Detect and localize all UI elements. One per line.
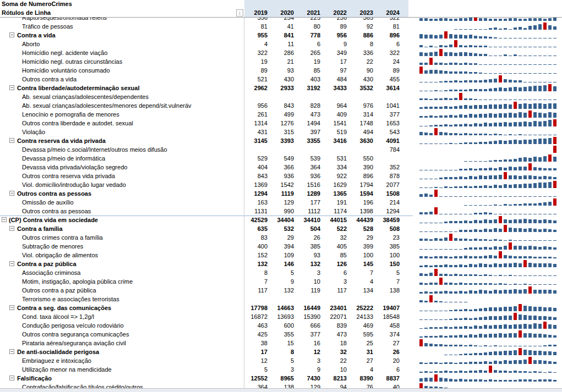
row-label[interactable]: Cond. taxa álcool => 1,2g/l: [0, 312, 264, 321]
row-label[interactable]: Contra reserva da vida privada: [0, 136, 259, 145]
value-cell[interactable]: 191: [321, 198, 347, 207]
value-cell[interactable]: 196: [348, 198, 373, 207]
value-cell[interactable]: 24: [374, 57, 400, 66]
value-cell[interactable]: 6: [295, 40, 320, 48]
sparkline[interactable]: [419, 330, 558, 338]
value-cell[interactable]: 1041: [374, 101, 400, 110]
sparkline[interactable]: [419, 374, 558, 382]
sparkline[interactable]: [419, 357, 558, 364]
value-cell[interactable]: 5: [242, 365, 268, 374]
value-cell[interactable]: 385: [295, 242, 320, 251]
row-label[interactable]: Omissão de auxílio: [0, 198, 264, 207]
sparkline[interactable]: [419, 181, 558, 188]
value-cell[interactable]: 1516: [295, 180, 320, 189]
sparkline[interactable]: [419, 163, 558, 170]
sparkline[interactable]: [419, 58, 558, 65]
value-cell[interactable]: 89: [242, 66, 268, 75]
value-cell[interactable]: 3433: [321, 84, 347, 92]
value-cell[interactable]: 635: [242, 224, 268, 233]
value-cell[interactable]: 132: [269, 286, 294, 295]
sparkline[interactable]: [419, 119, 558, 126]
value-cell[interactable]: 1131: [242, 207, 268, 216]
value-cell[interactable]: 1541: [321, 119, 347, 128]
row-label[interactable]: Tráfico de pessoas: [0, 22, 264, 31]
value-cell[interactable]: 24133: [348, 312, 373, 321]
year-column-header[interactable]: 2024: [374, 9, 400, 17]
value-cell[interactable]: [321, 92, 347, 101]
value-cell[interactable]: 126: [321, 260, 347, 268]
value-cell[interactable]: 1294: [374, 207, 400, 216]
sparkline[interactable]: [419, 111, 558, 118]
value-cell[interactable]: 1174: [321, 207, 347, 216]
value-cell[interactable]: 3355: [295, 136, 320, 145]
value-cell[interactable]: 2962: [242, 84, 268, 92]
value-cell[interactable]: 19407: [374, 303, 400, 312]
value-cell[interactable]: 8390: [348, 374, 373, 383]
value-cell[interactable]: 364: [295, 163, 320, 172]
year-column-header[interactable]: 2021: [295, 9, 320, 17]
value-cell[interactable]: 828: [295, 101, 320, 110]
value-cell[interactable]: 494: [348, 128, 373, 136]
value-cell[interactable]: 29: [348, 233, 373, 242]
sparkline[interactable]: [419, 49, 558, 56]
collapse-button[interactable]: −: [9, 376, 14, 380]
value-cell[interactable]: 109: [269, 251, 294, 260]
value-cell[interactable]: 8965: [269, 374, 294, 383]
row-label[interactable]: Embriaguez e intoxicação: [0, 356, 264, 365]
value-cell[interactable]: 15390: [295, 312, 320, 321]
value-cell[interactable]: 1369: [242, 180, 268, 189]
value-cell[interactable]: 543: [374, 128, 400, 136]
value-cell[interactable]: 44015: [321, 216, 347, 224]
row-label[interactable]: Outros contra a vida: [0, 75, 264, 84]
value-cell[interactable]: 841: [269, 31, 294, 40]
value-cell[interactable]: [374, 92, 400, 101]
value-cell[interactable]: 896: [374, 31, 400, 40]
row-label[interactable]: Outros contra as pessoas: [0, 189, 259, 198]
value-cell[interactable]: 976: [348, 101, 373, 110]
value-cell[interactable]: 163: [242, 198, 268, 207]
value-cell[interactable]: 355: [269, 330, 294, 339]
sparkline[interactable]: [419, 18, 558, 21]
sparkline[interactable]: [419, 207, 558, 214]
value-cell[interactable]: 385: [374, 242, 400, 251]
value-cell[interactable]: 27: [374, 339, 400, 347]
value-cell[interactable]: [269, 92, 294, 101]
value-cell[interactable]: 265: [295, 48, 320, 57]
sparkline[interactable]: [419, 278, 558, 285]
value-cell[interactable]: 356: [242, 18, 268, 22]
value-cell[interactable]: [348, 295, 373, 303]
value-cell[interactable]: 4: [348, 277, 373, 286]
value-cell[interactable]: 499: [269, 110, 294, 119]
sparkline[interactable]: [419, 383, 558, 388]
row-label[interactable]: Homicídio voluntário consumado: [0, 66, 264, 75]
value-cell[interactable]: [295, 295, 320, 303]
value-cell[interactable]: 236: [321, 18, 347, 22]
row-label[interactable]: Condução perigosa veículo rodoviário: [0, 321, 264, 330]
value-cell[interactable]: [295, 92, 320, 101]
row-label[interactable]: Contra a seg. das comunicações: [0, 303, 259, 312]
value-cell[interactable]: [348, 92, 373, 101]
value-cell[interactable]: 129: [269, 198, 294, 207]
row-label[interactable]: Associação criminosa: [0, 268, 264, 277]
sparkline[interactable]: [419, 216, 558, 223]
row-label[interactable]: Contrafação/falsificação títulos crédito…: [0, 383, 264, 388]
sparkline[interactable]: [419, 84, 558, 91]
row-label[interactable]: Outros contra liberdade e autodet. sexua…: [0, 119, 264, 128]
value-cell[interactable]: 23401: [321, 303, 347, 312]
sparkline[interactable]: [419, 322, 558, 329]
value-cell[interactable]: 117: [242, 286, 268, 295]
row-label[interactable]: Devassa vida privada/violação segredo: [0, 163, 264, 172]
value-cell[interactable]: 18: [321, 339, 347, 347]
row-label[interactable]: Pirataria aérea/segurança aviação civil: [0, 339, 264, 347]
value-cell[interactable]: 2077: [374, 180, 400, 189]
value-cell[interactable]: 23: [374, 233, 400, 242]
value-cell[interactable]: 1748: [348, 119, 373, 128]
value-cell[interactable]: 42529: [242, 216, 268, 224]
value-cell[interactable]: 38: [242, 339, 268, 347]
value-cell[interactable]: 778: [295, 31, 320, 40]
value-cell[interactable]: 129: [295, 383, 320, 388]
value-cell[interactable]: 29: [269, 233, 294, 242]
value-cell[interactable]: 14663: [269, 303, 294, 312]
value-cell[interactable]: 7: [348, 268, 373, 277]
value-cell[interactable]: 1119: [269, 189, 294, 198]
